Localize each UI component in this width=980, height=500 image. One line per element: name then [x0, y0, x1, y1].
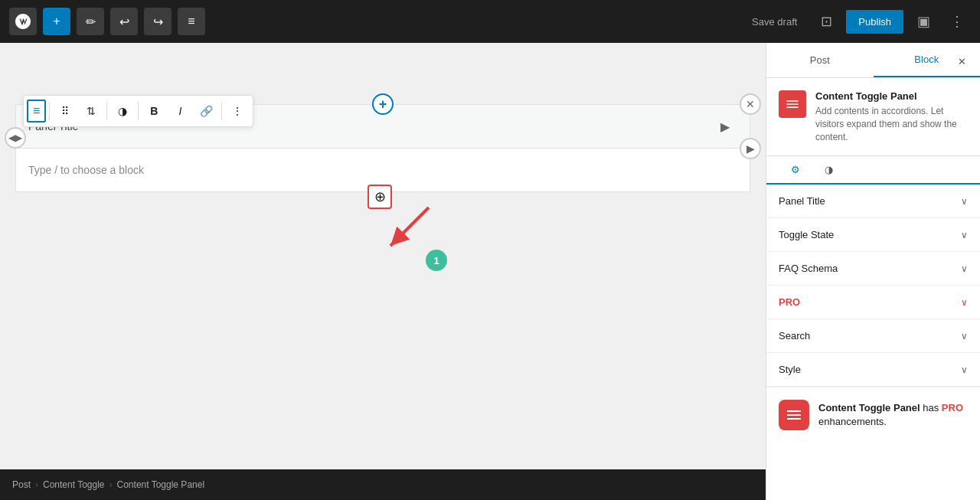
panel-arrow-icon: ▶	[713, 114, 737, 139]
link-button[interactable]: 🔗	[194, 99, 218, 123]
collapse-block-button[interactable]: ◀▶	[5, 127, 26, 149]
contrast-button[interactable]: ◑	[110, 99, 135, 123]
section-pro-chevron: ∨	[961, 297, 968, 308]
section-pro-label: PRO	[779, 296, 800, 308]
sidebar-close-button[interactable]: ✕	[949, 49, 974, 74]
sidebar-tabs: Post Block ✕	[766, 43, 980, 78]
step-badge: 1	[426, 250, 447, 271]
wp-logo	[9, 8, 37, 35]
view-button[interactable]: ⊡	[812, 8, 840, 35]
settings-sections: Panel Title ∨ Toggle State ∨ FAQ Schema …	[766, 185, 980, 500]
breadcrumb-content-toggle-panel[interactable]: Content Toggle Panel	[117, 479, 205, 490]
section-style-label: Style	[779, 364, 801, 375]
highlighted-add-button[interactable]: ⊕	[368, 185, 392, 209]
toolbar-divider-1	[49, 102, 50, 120]
main-layout: ≡ ⠿ ⇅ ◑ B I 🔗 ⋮ + ✕ ▶ ◀▶	[0, 43, 980, 500]
svg-line-1	[390, 208, 429, 246]
block-type-indicator[interactable]: ≡	[27, 100, 46, 123]
save-draft-button[interactable]: Save draft	[743, 11, 806, 32]
more-options-button[interactable]: ⋮	[943, 8, 971, 35]
promo-banner: Content Toggle Panel has PRO enhancement…	[766, 387, 980, 443]
remove-block-button[interactable]: ✕	[740, 93, 761, 115]
bold-button[interactable]: B	[142, 99, 166, 123]
icon-tab-styles[interactable]: ◑	[812, 156, 845, 185]
promo-text-after: enhancements.	[818, 416, 887, 427]
section-toggle-state-label: Toggle State	[779, 229, 834, 240]
block-description: Add contents in accordions. Let visitors…	[815, 105, 968, 143]
drag-button[interactable]: ⠿	[53, 99, 77, 123]
section-faq-schema-chevron: ∨	[961, 263, 968, 274]
toolbar-divider-3	[138, 102, 139, 120]
breadcrumb-content-toggle[interactable]: Content Toggle	[43, 479, 105, 490]
section-search-header[interactable]: Search ∨	[766, 319, 980, 352]
section-pro: PRO ∨	[766, 286, 980, 319]
undo-button[interactable]: ↩	[110, 8, 138, 35]
section-style: Style ∨	[766, 353, 980, 387]
section-toggle-state-chevron: ∨	[961, 230, 968, 240]
redo-button[interactable]: ↪	[144, 8, 172, 35]
section-panel-title-header[interactable]: Panel Title ∨	[766, 185, 980, 217]
tab-post[interactable]: Post	[766, 43, 874, 77]
section-search-label: Search	[779, 330, 810, 342]
right-sidebar: Post Block ✕ Content Toggle Panel Add co…	[766, 43, 980, 500]
promo-text: Content Toggle Panel has PRO enhancement…	[818, 401, 968, 429]
sidebar-toggle-button[interactable]: ▣	[910, 8, 937, 35]
more-block-options-button[interactable]: ⋮	[225, 99, 250, 123]
breadcrumb-sep-2: ›	[109, 479, 113, 490]
block-name: Content Toggle Panel	[815, 90, 968, 102]
toolbar-divider-4	[221, 102, 222, 120]
breadcrumb-bar: Post › Content Toggle › Content Toggle P…	[0, 469, 766, 500]
italic-button[interactable]: I	[168, 99, 192, 123]
section-panel-title-label: Panel Title	[779, 195, 825, 207]
editor-area: ≡ ⠿ ⇅ ◑ B I 🔗 ⋮ + ✕ ▶ ◀▶	[0, 43, 766, 500]
breadcrumb-sep-1: ›	[35, 479, 38, 490]
section-style-chevron: ∨	[961, 364, 968, 375]
block-icon	[779, 90, 806, 118]
icon-tab-settings[interactable]: ⚙	[779, 156, 812, 185]
section-toggle-state: Toggle State ∨	[766, 218, 980, 252]
section-faq-schema-header[interactable]: FAQ Schema ∨	[766, 252, 980, 285]
section-style-header[interactable]: Style ∨	[766, 353, 980, 386]
promo-pro-label: PRO	[942, 402, 963, 413]
promo-name: Content Toggle Panel	[818, 402, 920, 413]
section-panel-title-chevron: ∨	[961, 196, 968, 207]
section-pro-header[interactable]: PRO ∨	[766, 286, 980, 319]
block-info: Content Toggle Panel Add contents in acc…	[766, 78, 980, 156]
expand-block-button[interactable]: ▶	[740, 138, 761, 159]
block-info-text: Content Toggle Panel Add contents in acc…	[815, 90, 968, 143]
promo-text-before: has	[923, 402, 942, 413]
top-bar: + ✏ ↩ ↪ ≡ Save draft ⊡ Publish ▣ ⋮	[0, 0, 980, 43]
promo-icon	[779, 400, 809, 430]
section-panel-title: Panel Title ∨	[766, 185, 980, 218]
section-faq-schema: FAQ Schema ∨	[766, 252, 980, 286]
section-search: Search ∨	[766, 319, 980, 353]
section-toggle-state-header[interactable]: Toggle State ∨	[766, 218, 980, 251]
move-button[interactable]: ⇅	[79, 99, 103, 123]
block-toolbar: ≡ ⠿ ⇅ ◑ B I 🔗 ⋮	[23, 95, 253, 127]
list-view-button[interactable]: ≡	[178, 8, 205, 35]
publish-button[interactable]: Publish	[846, 10, 903, 34]
add-block-above-button[interactable]: +	[372, 93, 394, 115]
tools-button[interactable]: ✏	[77, 8, 104, 35]
toolbar-divider-2	[106, 102, 107, 120]
add-block-button[interactable]: +	[43, 8, 70, 35]
section-faq-schema-label: FAQ Schema	[779, 263, 838, 274]
icon-tabs: ⚙ ◑	[766, 156, 980, 185]
breadcrumb-post[interactable]: Post	[12, 479, 31, 490]
section-search-chevron: ∨	[961, 331, 968, 342]
